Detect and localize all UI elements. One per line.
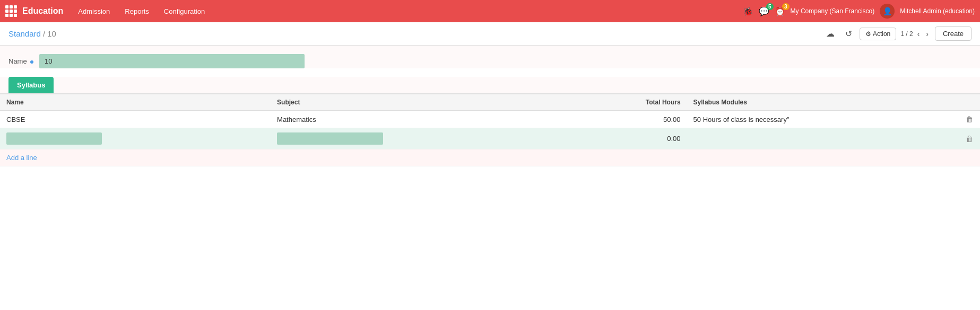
chat-badge: 5 [766,3,774,10]
debug-icon[interactable]: 🐞 [743,6,753,16]
breadcrumb-parent[interactable]: Standard [8,29,41,38]
apps-icon[interactable] [5,5,17,17]
col-header-actions [959,94,980,111]
menu-configuration[interactable]: Configuration [158,4,211,19]
breadcrumb-separator: / [43,29,45,38]
breadcrumb-actions: ☁ ↺ ⚙ Action 1 / 2 ‹ › Create [823,26,972,41]
form-area: Name [0,46,980,68]
delete-row-button[interactable]: 🗑 [966,115,973,123]
cell-name: CBSE [0,111,271,128]
next-button[interactable]: › [924,29,931,39]
new-row-modules-cell [687,128,959,149]
new-row-name-cell [0,128,271,149]
new-row: 0.00 🗑 [0,128,980,149]
add-line-row: Add a line [0,149,980,166]
chat-icon[interactable]: 💬 5 [759,6,769,16]
breadcrumb-current: 10 [47,29,56,38]
col-header-subject: Subject [271,94,568,111]
table-header-row: Name Subject Total Hours Syllabus Module… [0,94,980,111]
app-title: Education [22,6,63,16]
add-line-button[interactable]: Add a line [6,154,37,162]
pagination-text: 1 / 2 [900,30,913,38]
new-row-name-input[interactable] [6,132,102,145]
new-row-subject-input[interactable] [277,132,383,145]
navbar: Education Admission Reports Configuratio… [0,0,980,22]
col-header-syllabus-modules: Syllabus Modules [687,94,959,111]
required-indicator [30,60,33,64]
action-button[interactable]: ⚙ Action [860,28,896,40]
avatar[interactable]: 👤 [880,4,895,19]
pagination: 1 / 2 ‹ › [900,29,931,39]
clock-icon[interactable]: ⏰ 3 [775,6,785,16]
user-name: Mitchell Admin (education) [900,7,975,15]
refresh-icon[interactable]: ↺ [842,26,855,41]
cell-delete: 🗑 [959,111,980,128]
prev-button[interactable]: ‹ [915,29,922,39]
breadcrumb: Standard / 10 [8,29,56,38]
new-row-delete-cell: 🗑 [959,128,980,149]
create-button[interactable]: Create [935,26,972,41]
syllabus-table: Name Subject Total Hours Syllabus Module… [0,94,980,166]
add-line-cell: Add a line [0,149,980,166]
breadcrumb-bar: Standard / 10 ☁ ↺ ⚙ Action 1 / 2 ‹ › Cre… [0,22,980,46]
name-field-row: Name [8,54,972,68]
new-row-hours-cell: 0.00 [568,128,687,149]
col-header-name: Name [0,94,271,111]
delete-new-row-button[interactable]: 🗑 [966,135,973,143]
main-menu: Admission Reports Configuration [72,4,211,19]
tab-syllabus[interactable]: Syllabus [8,77,54,93]
col-header-total-hours: Total Hours [568,94,687,111]
cell-syllabus-modules: 50 Hours of class is necessary" [687,111,959,128]
new-row-subject-cell [271,128,568,149]
clock-badge: 3 [782,3,790,10]
cell-subject: Mathematics [271,111,568,128]
menu-reports[interactable]: Reports [118,4,155,19]
name-label: Name [8,57,35,65]
company-name: My Company (San Francisco) [791,7,875,15]
tab-bar: Syllabus [0,77,980,93]
table-container: Name Subject Total Hours Syllabus Module… [0,93,980,166]
menu-admission[interactable]: Admission [72,4,116,19]
table-row: CBSE Mathematics 50.00 50 Hours of class… [0,111,980,128]
cloud-upload-icon[interactable]: ☁ [823,26,838,41]
name-input[interactable] [39,54,305,68]
cell-total-hours: 50.00 [568,111,687,128]
